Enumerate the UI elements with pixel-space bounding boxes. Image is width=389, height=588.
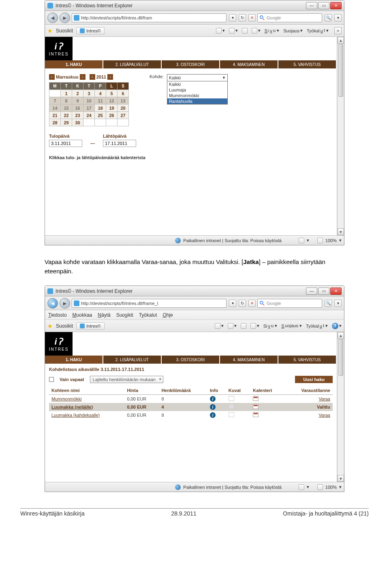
safety-menu[interactable]: Suojaus ▾ (283, 28, 303, 33)
home-tool[interactable]: ▾ (215, 323, 224, 329)
favorites-label[interactable]: Suosikit (56, 323, 73, 329)
item-link[interactable]: Mummonmökki (51, 396, 82, 401)
cal-day[interactable]: 17 (83, 104, 95, 112)
minimize-button[interactable]: — (306, 288, 317, 295)
url-dropdown[interactable]: ▾ (229, 14, 236, 21)
overflow-button[interactable]: » (334, 27, 342, 34)
menu-suosikit[interactable]: Suosikit (116, 312, 133, 318)
arrival-input[interactable] (49, 140, 82, 147)
titlebar[interactable]: Intres© - Windows Internet Explorer — ▭ … (45, 286, 344, 296)
cal-day[interactable]: 29 (61, 119, 72, 126)
search-dropdown[interactable]: ▾ (334, 14, 342, 21)
rss-tool[interactable]: ▾ (228, 323, 237, 329)
zoom-icon[interactable] (317, 238, 323, 243)
month-next[interactable]: › (80, 74, 85, 80)
cal-day[interactable]: 26 (106, 112, 118, 119)
menu-tiedosto[interactable]: Tiedosto (48, 312, 67, 318)
tab-maksaminen[interactable]: 4. MAKSAMINEN (220, 356, 278, 364)
cal-day[interactable]: 15 (61, 104, 72, 112)
cal-day[interactable]: 12 (106, 97, 118, 104)
info-icon[interactable]: i (210, 396, 216, 402)
kohde-dropdown[interactable]: Kaikki ▼ Kaikki Luumaja Mummonmökki Rant… (167, 74, 228, 104)
stop-button[interactable]: ✕ (248, 14, 256, 21)
favorites-label[interactable]: Suosikit (56, 28, 73, 34)
cal-day[interactable]: 3 (83, 90, 95, 97)
search-go[interactable]: 🔍 (325, 14, 332, 21)
print-tool[interactable]: ▾ (250, 323, 259, 329)
menu-nayta[interactable]: Näytä (98, 312, 110, 318)
only-free-checkbox[interactable] (49, 377, 54, 382)
print-tool[interactable]: ▾ (252, 28, 261, 34)
cal-day[interactable]: 10 (83, 97, 95, 104)
address-bar[interactable]: http://devtest/scripts/fi/intres.dll/fra… (72, 13, 227, 22)
year-prev[interactable]: ‹ (90, 74, 95, 80)
tab-haku[interactable]: 1. HAKU (45, 356, 103, 364)
cal-day[interactable]: 22 (61, 112, 72, 119)
cal-day[interactable]: 8 (61, 97, 72, 104)
tab-lisapalvelut[interactable]: 2. LISÄPALVELUT (103, 356, 161, 364)
cal-day[interactable]: 2 (72, 90, 83, 97)
cal-day[interactable]: 23 (72, 112, 83, 119)
cal-day[interactable]: 24 (83, 112, 95, 119)
protected-mode-icon[interactable] (299, 238, 304, 243)
year-next[interactable]: › (107, 74, 113, 80)
cal-day[interactable]: 20 (118, 104, 129, 112)
close-button[interactable]: ✕ (330, 288, 342, 295)
tab-maksaminen[interactable]: 4. MAKSAMINEN (220, 60, 278, 68)
titlebar[interactable]: Intres© - Windows Internet Explorer — ▭ … (45, 0, 344, 11)
cal-day[interactable]: 7 (49, 97, 61, 104)
refresh-button[interactable]: ↻ (239, 14, 246, 21)
tab-lisapalvelut[interactable]: 2. LISÄPALVELUT (103, 60, 161, 68)
vertical-scrollbar[interactable]: ▲ ▼ (337, 37, 344, 235)
cal-day[interactable]: 28 (49, 119, 61, 126)
mail-tool[interactable] (241, 323, 246, 329)
browser-tab[interactable]: Intres© (76, 27, 105, 34)
cal-day[interactable]: 16 (72, 104, 83, 112)
calendar-icon[interactable] (253, 412, 259, 417)
menu-ohje[interactable]: Ohje (162, 312, 173, 318)
maximize-button[interactable]: ▭ (318, 2, 329, 9)
image-icon[interactable] (229, 404, 234, 409)
calendar-icon[interactable] (253, 396, 259, 401)
page-menu[interactable]: Sivu ▾ (265, 28, 279, 33)
stop-button[interactable]: ✕ (248, 300, 256, 307)
url-dropdown[interactable]: ▾ (229, 300, 236, 307)
sort-dropdown[interactable]: Lajiteltu henkilömäärän mukaan (90, 376, 163, 383)
refresh-button[interactable]: ↻ (239, 300, 246, 307)
dd-option[interactable]: Kaikki (167, 81, 227, 87)
tab-ostoskori[interactable]: 3. OSTOSKORI (162, 60, 219, 68)
scroll-up[interactable]: ▲ (338, 37, 344, 44)
browser-tab[interactable]: Intres© (76, 322, 105, 330)
menu-muokkaa[interactable]: Muokkaa (73, 312, 92, 318)
cal-day[interactable]: 9 (72, 97, 83, 104)
tools-menu[interactable]: Työkalut ▾ (306, 323, 328, 328)
cal-day[interactable]: 30 (72, 119, 83, 126)
tab-vahvistus[interactable]: 5. VAHVISTUS (278, 356, 336, 364)
vertical-scrollbar[interactable]: ▲ ▼ (337, 332, 344, 482)
search-bar[interactable]: Google (257, 13, 322, 22)
item-link[interactable]: Luumakka (kahdeksalle) (51, 413, 100, 418)
forward-button[interactable]: ► (60, 13, 70, 23)
page-menu[interactable]: Sivu ▾ (263, 323, 277, 328)
menu-tyokalut[interactable]: Työkalut (139, 312, 157, 318)
rss-tool[interactable]: ▾ (229, 28, 238, 34)
image-icon[interactable] (229, 412, 234, 417)
search-dropdown[interactable]: ▾ (334, 300, 342, 307)
tab-vahvistus[interactable]: 5. VAHVISTUS (278, 60, 336, 68)
reserve-link[interactable]: Varaa (318, 396, 330, 401)
cal-day[interactable]: 1 (61, 90, 72, 97)
tab-haku[interactable]: 1. HAKU (45, 60, 103, 68)
cal-day[interactable]: 25 (95, 112, 106, 119)
mail-tool[interactable] (242, 28, 248, 34)
maximize-button[interactable]: ▭ (318, 288, 329, 295)
cal-day[interactable]: 14 (49, 104, 61, 112)
reserve-link[interactable]: Varaa (318, 413, 330, 418)
dd-option[interactable]: Luumaja (167, 87, 227, 93)
home-tool[interactable]: ▾ (216, 28, 225, 34)
info-icon[interactable]: i (210, 412, 216, 418)
cal-day[interactable]: 11 (95, 97, 106, 104)
image-icon[interactable] (229, 396, 234, 401)
protected-mode-icon[interactable] (299, 484, 304, 490)
scroll-down[interactable]: ▼ (338, 475, 344, 482)
cal-day[interactable]: 18 (95, 104, 106, 112)
